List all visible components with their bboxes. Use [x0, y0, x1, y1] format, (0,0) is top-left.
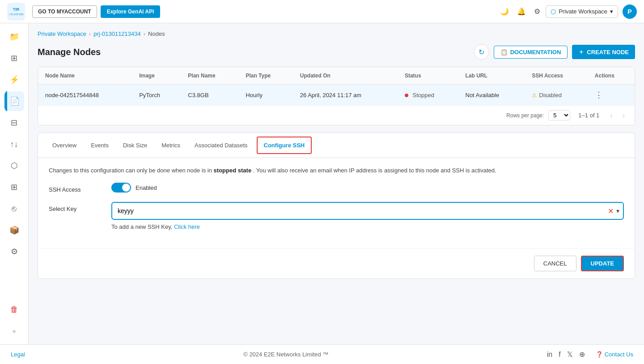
row-actions-menu[interactable]: ⋮: [595, 90, 603, 99]
page-actions: ↻ 📋 DOCUMENTATION ＋ CREATE NODE: [474, 44, 635, 60]
nodes-table-card: Node Name Image Plan Name Plan Type Upda…: [38, 67, 635, 125]
ssh-disabled-indicator: ⚠ Disabled: [532, 92, 580, 98]
cell-ssh-access: ⚠ Disabled: [525, 85, 587, 106]
clear-key-icon[interactable]: ✕: [608, 207, 614, 215]
logo-svg: TIR AI PLATFORM: [9, 4, 23, 19]
cell-plan-name: C3.8GB: [181, 85, 238, 106]
go-to-myaccount-button[interactable]: GO TO MYACCOUNT: [32, 5, 97, 18]
svg-text:TIR: TIR: [13, 7, 20, 12]
workspace-dropdown[interactable]: ⬡ Private Workspace ▾: [546, 5, 618, 18]
ssh-access-row: SSH Access Enabled: [49, 183, 624, 193]
folder-icon: 📁: [9, 32, 19, 42]
tab-overview[interactable]: Overview: [45, 136, 84, 156]
sidebar-item-settings[interactable]: ⚙: [4, 242, 24, 261]
warning-icon: ⚠: [532, 92, 537, 98]
contact-icon: ❓: [596, 351, 603, 358]
config-body: Changes to this configuration can only b…: [38, 158, 635, 248]
caret-down-icon[interactable]: ▾: [616, 207, 619, 214]
cell-node-name: node-042517544848: [38, 85, 132, 106]
create-node-button[interactable]: ＋ CREATE NODE: [572, 45, 635, 59]
sidebar-item-pipeline[interactable]: ⎋: [4, 199, 24, 218]
facebook-icon[interactable]: f: [559, 351, 560, 359]
tab-disk-size[interactable]: Disk Size: [116, 136, 154, 156]
footer-social: in f 𝕏 ⊕: [547, 350, 585, 359]
linkedin-icon[interactable]: in: [547, 351, 552, 359]
moon-icon[interactable]: 🌙: [500, 7, 509, 16]
documentation-button[interactable]: 📋 DOCUMENTATION: [494, 46, 568, 59]
registry-icon: ⊞: [11, 182, 17, 192]
sidebar-expand-button[interactable]: »: [4, 321, 24, 341]
gear-icon[interactable]: ⚙: [534, 7, 540, 16]
workspace-label: Private Workspace: [559, 8, 607, 15]
key-select-wrapper: ✕ ▾: [111, 202, 624, 220]
rows-per-page-label: Rows per page:: [506, 112, 544, 119]
bell-icon[interactable]: 🔔: [517, 7, 526, 16]
col-updated-on: Updated On: [293, 67, 398, 85]
col-image: Image: [132, 67, 181, 85]
add-key-text: To add a new SSH Key, Click here: [111, 223, 624, 230]
models-icon: ⚡: [9, 75, 19, 85]
app-body: 📁 ⊞ ⚡ 📄 ⊟ ↑↓ ⬡ ⊞ ⎋ 📦 ⚙: [0, 23, 644, 344]
sidebar-item-datasets[interactable]: ⊟: [4, 113, 24, 133]
breadcrumb-project[interactable]: prj-013011213434: [93, 30, 141, 37]
docs-icon: 📋: [500, 49, 508, 56]
twitter-icon[interactable]: 𝕏: [567, 350, 573, 359]
tab-events[interactable]: Events: [84, 136, 116, 156]
ssh-access-label: SSH Access: [49, 183, 102, 193]
toggle-thumb: [122, 184, 130, 192]
page-title: Manage Nodes: [38, 47, 101, 57]
rss-icon[interactable]: ⊕: [579, 350, 585, 359]
avatar[interactable]: P: [623, 4, 637, 19]
ssh-toggle[interactable]: [111, 183, 131, 193]
sidebar-item-trash[interactable]: 🗑: [4, 300, 24, 319]
datasets-icon: ⊟: [11, 118, 17, 128]
breadcrumb-current: Nodes: [148, 30, 165, 37]
config-info-text: Changes to this configuration can only b…: [49, 167, 624, 174]
sidebar-item-models[interactable]: ⚡: [4, 70, 24, 90]
pagination-prev-button[interactable]: ‹: [607, 111, 615, 120]
toggle-row: Enabled: [111, 183, 624, 193]
tab-associated-datasets[interactable]: Associated Datasets: [187, 136, 255, 156]
key-select-input[interactable]: [112, 203, 608, 219]
rows-per-page-select[interactable]: 5 10 25: [548, 110, 570, 120]
toggle-enabled-label: Enabled: [136, 184, 157, 191]
tab-metrics[interactable]: Metrics: [154, 136, 187, 156]
logo-box: TIR AI PLATFORM: [7, 3, 25, 21]
nodes-table: Node Name Image Plan Name Plan Type Upda…: [38, 67, 635, 105]
explore-genai-button[interactable]: Explore GenAI API: [101, 5, 161, 18]
tab-configure-ssh[interactable]: Configure SSH: [257, 137, 312, 154]
footer: Legal © 2024 E2E Networks Limited ™ in f…: [0, 344, 644, 364]
col-plan-name: Plan Name: [181, 67, 238, 85]
sidebar-item-deploy[interactable]: ↑↓: [4, 134, 24, 154]
cell-lab-url: Not Available: [458, 85, 525, 106]
refresh-button[interactable]: ↻: [474, 44, 489, 60]
cell-actions[interactable]: ⋮: [588, 85, 635, 106]
ssh-access-value: Enabled: [111, 183, 624, 193]
page-header: Manage Nodes ↻ 📋 DOCUMENTATION ＋ CREATE …: [38, 44, 635, 60]
sidebar-item-folder[interactable]: 📁: [4, 27, 24, 47]
logo: TIR AI PLATFORM: [7, 3, 25, 21]
sidebar-item-nodes[interactable]: 📄: [4, 91, 24, 111]
col-status: Status: [398, 67, 458, 85]
click-here-link[interactable]: Click here: [174, 223, 200, 230]
cell-plan-type: Hourly: [238, 85, 292, 106]
cancel-button[interactable]: CANCEL: [534, 256, 576, 271]
breadcrumb-sep1: ›: [89, 30, 91, 37]
sidebar-item-dashboard[interactable]: ⊞: [4, 48, 24, 68]
sidebar-item-registry[interactable]: ⊞: [4, 177, 24, 197]
sidebar-item-network[interactable]: ⬡: [4, 156, 24, 176]
deploy-icon: ↑↓: [10, 140, 18, 149]
pagination-next-button[interactable]: ›: [620, 111, 627, 120]
config-actions: CANCEL UPDATE: [38, 248, 635, 278]
navbar: TIR AI PLATFORM GO TO MYACCOUNT Explore …: [0, 0, 644, 23]
footer-legal-link[interactable]: Legal: [11, 351, 25, 358]
dashboard-icon: ⊞: [11, 53, 17, 63]
sidebar-item-artifacts[interactable]: 📦: [4, 220, 24, 240]
footer-contact-link[interactable]: ❓ Contact Us: [596, 351, 633, 358]
update-button[interactable]: UPDATE: [581, 256, 624, 271]
table-footer: Rows per page: 5 10 25 1–1 of 1 ‹ ›: [38, 105, 635, 125]
network-icon: ⬡: [11, 161, 18, 171]
breadcrumb-workspace[interactable]: Private Workspace: [38, 30, 86, 37]
settings-icon: ⚙: [11, 247, 18, 257]
workspace-icon: ⬡: [551, 8, 556, 15]
